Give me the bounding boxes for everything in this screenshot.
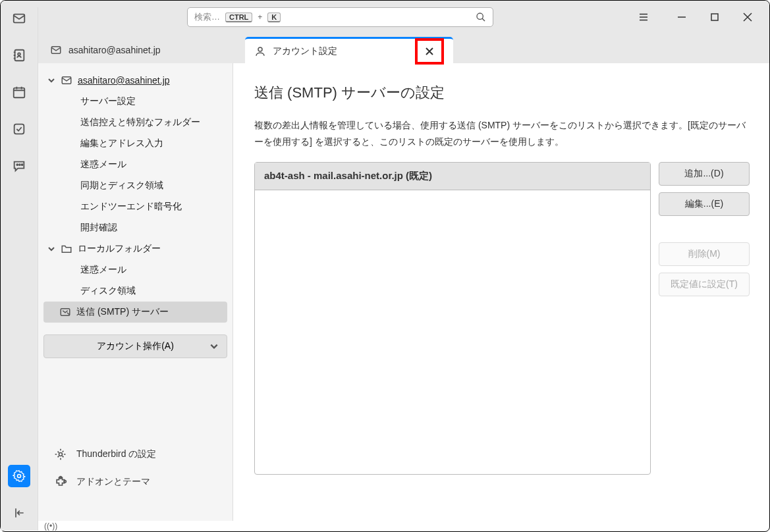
app-menu-button[interactable] [627, 4, 660, 30]
spaces-toolbar [1, 7, 38, 531]
sidebar-item-e2e[interactable]: エンドツーエンド暗号化 [43, 196, 227, 217]
settings-panel: 送信 (SMTP) サーバーの設定 複数の差出人情報を管理している場合、使用する… [233, 63, 768, 521]
sidebar-item-composition[interactable]: 編集とアドレス入力 [43, 133, 227, 154]
mail-account-icon [61, 74, 72, 86]
account-settings-icon [254, 45, 266, 57]
add-button[interactable]: 追加...(D) [659, 162, 750, 186]
sidebar-item-smtp[interactable]: 送信 (SMTP) サーバー [43, 302, 227, 323]
local-folders-label: ローカルフォルダー [78, 243, 161, 255]
gear-icon [54, 448, 67, 461]
smtp-server-item[interactable]: ab4t-ash - mail.asahi-net.or.jp (既定) [255, 163, 650, 190]
calendar-icon[interactable] [8, 81, 30, 103]
settings-icon[interactable] [8, 465, 30, 487]
svg-rect-4 [14, 124, 24, 134]
tab-close-button[interactable] [415, 38, 444, 65]
svg-point-9 [477, 13, 483, 19]
search-placeholder: 検索… [194, 11, 220, 23]
maximize-button[interactable] [698, 4, 731, 30]
sidebar-thunderbird-settings[interactable]: Thunderbird の設定 [46, 440, 225, 468]
svg-point-2 [18, 53, 20, 55]
sidebar-account[interactable]: asahitaro@asahinet.jp [43, 70, 227, 91]
chevron-down-icon [209, 342, 219, 351]
sidebar-item-sync[interactable]: 同期とディスク領域 [43, 175, 227, 196]
sidebar-item-local-disk[interactable]: ディスク領域 [43, 280, 227, 302]
tab-mail-account[interactable]: asahitaro@asahinet.jp [41, 37, 245, 63]
collapse-icon[interactable] [8, 502, 30, 524]
svg-point-5 [16, 164, 18, 165]
kbd-k: K [267, 13, 281, 22]
chevron-down-icon [47, 76, 55, 84]
svg-point-6 [19, 164, 20, 165]
set-default-button: 既定値に設定(T) [659, 273, 750, 296]
panel-description: 複数の差出人情報を管理している場合、使用する送信 (SMTP) サーバーをこのリ… [254, 117, 750, 150]
smtp-server-list[interactable]: ab4t-ash - mail.asahi-net.or.jp (既定) [254, 162, 651, 475]
mail-account-icon [50, 44, 62, 56]
account-tree: asahitaro@asahinet.jp サーバー設定 送信控えと特別なフォル… [38, 63, 233, 521]
svg-point-15 [59, 453, 63, 456]
puzzle-icon [54, 475, 67, 489]
sidebar-addons[interactable]: アドオンとテーマ [46, 468, 225, 496]
sidebar-item-receipts[interactable]: 開封確認 [43, 217, 227, 238]
smtp-label: 送信 (SMTP) サーバー [76, 306, 169, 318]
svg-rect-10 [711, 14, 718, 20]
smtp-icon [59, 306, 71, 318]
mail-icon[interactable] [8, 7, 30, 30]
remove-button: 削除(M) [659, 242, 750, 266]
address-book-icon[interactable] [8, 44, 30, 66]
tasks-icon[interactable] [8, 118, 30, 140]
kbd-plus: + [258, 13, 262, 22]
chat-icon[interactable] [8, 155, 30, 177]
svg-point-17 [64, 481, 66, 483]
tab-account-settings[interactable]: アカウント設定 [245, 37, 453, 63]
panel-title: 送信 (SMTP) サーバーの設定 [254, 83, 750, 103]
kbd-ctrl: CTRL [225, 13, 252, 22]
account-actions-button[interactable]: アカウント操作(A) [43, 334, 227, 358]
search-icon[interactable] [476, 12, 486, 22]
search-input[interactable]: 検索… CTRL + K [187, 7, 493, 27]
sidebar-item-copies[interactable]: 送信控えと特別なフォルダー [43, 112, 227, 133]
minimize-button[interactable] [665, 4, 698, 30]
chevron-down-icon [47, 245, 55, 253]
sidebar-item-local-junk[interactable]: 迷惑メール [43, 259, 227, 280]
sidebar-item-junk[interactable]: 迷惑メール [43, 154, 227, 175]
svg-point-7 [22, 164, 23, 165]
sidebar-local-folders[interactable]: ローカルフォルダー [43, 238, 227, 259]
close-button[interactable] [731, 4, 764, 30]
svg-point-12 [258, 47, 262, 51]
account-email: asahitaro@asahinet.jp [78, 75, 170, 86]
svg-rect-3 [14, 88, 25, 98]
tab-label: asahitaro@asahinet.jp [69, 45, 161, 55]
folder-icon [61, 243, 72, 255]
svg-point-8 [18, 475, 21, 478]
sidebar-item-server[interactable]: サーバー設定 [43, 91, 227, 112]
edit-button[interactable]: 編集...(E) [659, 192, 750, 216]
titlebar: 検索… CTRL + K [1, 1, 769, 34]
remote-icon[interactable]: ((•)) [44, 521, 57, 531]
tab-label: アカウント設定 [273, 45, 337, 57]
status-bar: ((•)) [38, 520, 64, 531]
tabs-row: asahitaro@asahinet.jp アカウント設定 [1, 34, 769, 63]
